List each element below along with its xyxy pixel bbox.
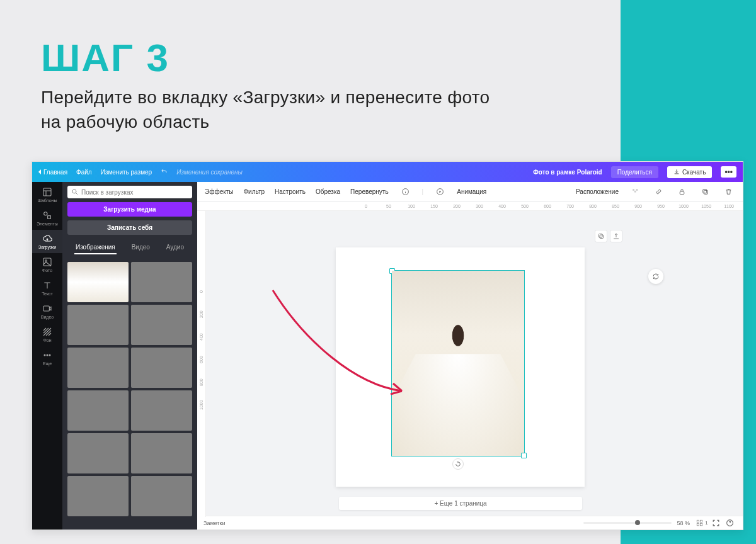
video-icon xyxy=(42,303,52,314)
selected-frame[interactable] xyxy=(391,270,525,456)
upload-thumb[interactable] xyxy=(67,262,129,302)
search-input[interactable] xyxy=(81,189,188,196)
uploads-icon xyxy=(42,234,52,244)
tab-audio[interactable]: Аудио xyxy=(165,241,185,254)
svg-point-4 xyxy=(45,260,47,262)
fullscreen-icon[interactable] xyxy=(709,516,723,530)
zoom-slider[interactable] xyxy=(583,522,672,524)
home-button[interactable]: Главная xyxy=(38,169,67,176)
upload-thumb[interactable] xyxy=(131,305,192,345)
upload-thumb[interactable] xyxy=(67,476,129,516)
record-yourself-button[interactable]: Записать себя xyxy=(67,220,192,235)
share-button[interactable]: Поделиться xyxy=(611,166,658,178)
upload-thumb[interactable] xyxy=(67,433,129,473)
refresh-button[interactable] xyxy=(648,269,663,284)
editor-footer: Заметки 58 % 1 xyxy=(197,516,743,530)
rail-elements[interactable]: Элементы xyxy=(32,207,62,230)
svg-rect-5 xyxy=(43,306,49,311)
rail-photo[interactable]: Фото xyxy=(32,253,62,276)
page-duplicate-icon[interactable] xyxy=(595,230,607,242)
svg-point-1 xyxy=(44,212,47,215)
upload-thumb[interactable] xyxy=(131,348,192,388)
info-icon[interactable] xyxy=(399,186,412,198)
context-toolbar: Эффекты Фильтр Настроить Обрезка Перевер… xyxy=(197,182,743,202)
uploads-grid xyxy=(67,262,192,526)
rail-uploads[interactable]: Загрузки xyxy=(32,230,62,253)
animation-icon xyxy=(433,186,447,198)
background-icon xyxy=(42,327,52,337)
chevron-left-icon xyxy=(38,169,41,174)
grid-view-icon[interactable]: 1 xyxy=(695,516,709,530)
download-button[interactable]: Скачать xyxy=(667,166,713,178)
search-box[interactable] xyxy=(67,186,192,198)
upload-thumb[interactable] xyxy=(131,390,192,431)
editor-app-window: Главная Файл Изменить размер Изменения с… xyxy=(32,161,743,530)
more-menu-button[interactable]: ••• xyxy=(721,166,736,178)
transparency-icon[interactable] xyxy=(629,186,642,198)
svg-rect-14 xyxy=(636,189,638,191)
upload-thumb[interactable] xyxy=(131,476,192,516)
tab-images[interactable]: Изображения xyxy=(74,241,117,254)
tab-video[interactable]: Видео xyxy=(130,241,151,254)
more-icon xyxy=(42,350,52,360)
notes-button[interactable]: Заметки xyxy=(203,520,225,526)
svg-point-7 xyxy=(47,354,48,356)
tool-adjust[interactable]: Настроить xyxy=(275,188,306,195)
svg-rect-2 xyxy=(48,216,51,219)
design-page[interactable] xyxy=(336,247,585,487)
svg-point-6 xyxy=(44,354,45,356)
app-body: Шаблоны Элементы Загрузки Фото Текст Вид… xyxy=(32,182,743,530)
rotate-handle[interactable] xyxy=(452,458,464,470)
trash-icon[interactable] xyxy=(722,186,735,198)
rail-more[interactable]: Еще xyxy=(32,346,62,370)
tool-crop[interactable]: Обрезка xyxy=(316,188,340,195)
duplicate-icon[interactable] xyxy=(699,186,712,198)
upload-thumb[interactable] xyxy=(67,390,129,431)
svg-rect-22 xyxy=(697,524,699,526)
placed-photo[interactable] xyxy=(392,271,524,456)
tool-effects[interactable]: Эффекты xyxy=(205,188,233,195)
menu-resize[interactable]: Изменить размер xyxy=(101,169,152,176)
templates-icon xyxy=(42,187,52,197)
svg-rect-3 xyxy=(43,258,51,266)
upload-thumb[interactable] xyxy=(131,262,192,302)
lock-icon[interactable] xyxy=(675,186,689,198)
workspace[interactable]: + Еще 1 страница xyxy=(197,211,743,516)
document-name[interactable]: Фото в рамке Polaroid xyxy=(533,169,602,176)
tool-flip[interactable]: Перевернуть xyxy=(350,188,389,195)
rail-background[interactable]: Фон xyxy=(32,323,62,346)
svg-rect-13 xyxy=(634,191,636,193)
tool-filter[interactable]: Фильтр xyxy=(243,188,265,195)
download-icon xyxy=(673,169,680,175)
rail-video[interactable]: Видео xyxy=(32,300,62,323)
svg-rect-19 xyxy=(599,234,603,238)
help-icon[interactable] xyxy=(723,516,736,530)
page-floating-tools xyxy=(595,230,622,242)
upload-thumb[interactable] xyxy=(131,433,192,473)
undo-icon[interactable] xyxy=(161,168,168,176)
uploads-tabs: Изображения Видео Аудио xyxy=(67,239,192,254)
svg-rect-21 xyxy=(701,520,702,522)
search-icon xyxy=(71,188,79,196)
ruler-horizontal: 0501001502003004005006007008008509009501… xyxy=(197,202,743,211)
svg-rect-16 xyxy=(704,190,707,194)
link-icon[interactable] xyxy=(652,186,665,198)
svg-rect-0 xyxy=(43,188,51,196)
add-page-button[interactable]: + Еще 1 страница xyxy=(339,497,582,510)
page-share-icon[interactable] xyxy=(610,230,622,242)
rail-text[interactable]: Текст xyxy=(32,276,62,300)
menu-file[interactable]: Файл xyxy=(76,169,92,176)
upload-media-button[interactable]: Загрузить медиа xyxy=(67,202,192,217)
upload-thumb[interactable] xyxy=(67,348,129,388)
uploads-panel: Загрузить медиа Записать себя Изображени… xyxy=(62,182,197,530)
rail-templates[interactable]: Шаблоны xyxy=(32,183,62,207)
svg-rect-23 xyxy=(701,524,702,526)
svg-rect-18 xyxy=(600,235,604,239)
svg-point-9 xyxy=(72,190,76,193)
elements-icon xyxy=(42,210,52,220)
text-icon xyxy=(42,280,52,290)
upload-thumb[interactable] xyxy=(67,305,129,345)
tool-animation[interactable]: Анимация xyxy=(457,188,486,195)
tool-position[interactable]: Расположение xyxy=(576,188,619,195)
svg-point-8 xyxy=(49,354,50,356)
